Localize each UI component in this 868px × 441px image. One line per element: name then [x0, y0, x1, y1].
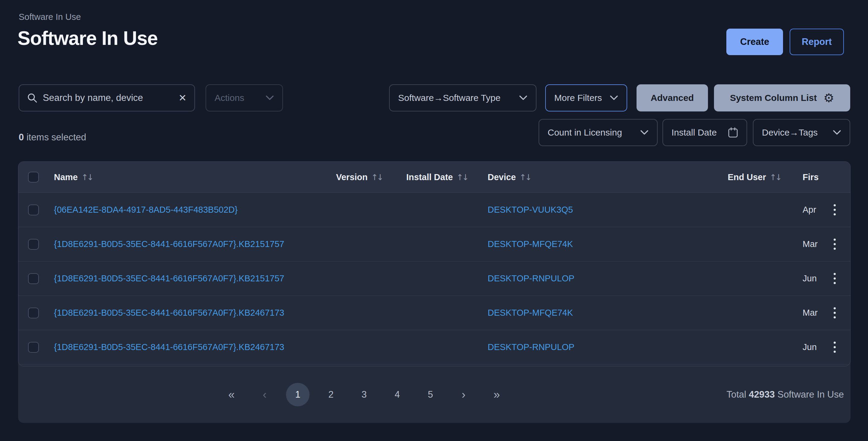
pagination-page-2[interactable]: 2	[314, 378, 347, 411]
filter-software-type-dropdown[interactable]: Software→Software Type	[389, 84, 536, 112]
first-cell: Apr	[781, 205, 819, 215]
more-filters-dropdown[interactable]: More Filters	[545, 84, 627, 112]
pagination-page-4[interactable]: 4	[381, 378, 414, 411]
column-header-install-date[interactable]: Install Date ↑↓	[382, 172, 488, 182]
chevron-down-icon	[833, 130, 841, 135]
pagination-prev-icon[interactable]: ‹	[248, 378, 281, 411]
table-row: {1D8E6291-B0D5-35EC-8441-6616F567A0F7}.K…	[19, 296, 850, 330]
search-box[interactable]: ✕	[19, 84, 195, 112]
device-tags-label: Device→Tags	[762, 127, 818, 138]
total-count-text: Total 42933 Software In Use	[727, 389, 844, 400]
row-checkbox[interactable]	[28, 342, 39, 353]
filter-software-type-label: Software→Software Type	[398, 93, 501, 103]
calendar-icon	[728, 127, 738, 138]
first-cell: Jun	[781, 274, 819, 283]
sort-icon[interactable]: ↑↓	[770, 172, 781, 182]
actions-dropdown-label: Actions	[215, 93, 244, 103]
breadcrumb: Software In Use	[19, 12, 81, 22]
selected-text: items selected	[27, 132, 86, 143]
software-name-link[interactable]: {1D8E6291-B0D5-35EC-8441-6616F567A0F7}.K…	[54, 274, 332, 283]
pagination: « ‹ 1 2 3 4 5 › »	[215, 378, 513, 411]
more-filters-label: More Filters	[554, 93, 602, 103]
row-menu-icon[interactable]	[831, 235, 839, 253]
sort-icon[interactable]: ↑↓	[457, 172, 468, 182]
first-cell: Mar	[781, 308, 819, 318]
page-title: Software In Use	[18, 27, 158, 50]
table-row: {1D8E6291-B0D5-35EC-8441-6616F567A0F7}.K…	[19, 227, 850, 261]
selected-count: 0	[19, 132, 24, 143]
table-row: {06EA142E-8DA4-4917-8AD5-443F483B502D} D…	[19, 193, 850, 227]
select-all-checkbox[interactable]	[28, 172, 39, 183]
device-link[interactable]: DESKTOP-MFQE74K	[488, 308, 669, 318]
search-input[interactable]	[43, 92, 173, 103]
advanced-label: Advanced	[651, 93, 694, 103]
software-name-link[interactable]: {1D8E6291-B0D5-35EC-8441-6616F567A0F7}.K…	[54, 342, 332, 352]
column-header-device[interactable]: Device ↑↓	[488, 172, 669, 182]
column-header-first[interactable]: First	[781, 172, 819, 182]
gear-icon: ⚙	[824, 92, 834, 104]
software-name-link[interactable]: {06EA142E-8DA4-4917-8AD5-443F483B502D}	[54, 205, 332, 215]
row-menu-icon[interactable]	[831, 304, 839, 321]
sort-icon[interactable]: ↑↓	[371, 172, 382, 182]
create-button[interactable]: Create	[726, 29, 783, 55]
pagination-last-icon[interactable]: »	[480, 378, 513, 411]
table-footer: « ‹ 1 2 3 4 5 › » Total 42933 Software I…	[18, 366, 850, 423]
pagination-page-5[interactable]: 5	[414, 378, 447, 411]
first-cell: Jun	[781, 342, 819, 352]
install-date-filter[interactable]: Install Date	[662, 119, 747, 146]
device-tags-dropdown[interactable]: Device→Tags	[753, 119, 850, 146]
sort-icon[interactable]: ↑↓	[82, 172, 93, 182]
selected-summary: 0 items selected	[19, 132, 86, 143]
count-in-licensing-dropdown[interactable]: Count in Licensing	[538, 119, 658, 146]
column-header-version[interactable]: Version ↑↓	[332, 172, 382, 182]
sort-icon[interactable]: ↑↓	[520, 172, 531, 182]
count-in-licensing-label: Count in Licensing	[548, 127, 622, 138]
row-menu-icon[interactable]	[831, 270, 839, 287]
system-column-list-label: System Column List	[730, 93, 817, 103]
device-link[interactable]: DESKTOP-MFQE74K	[488, 239, 669, 249]
column-header-name[interactable]: Name ↑↓	[54, 172, 332, 182]
total-count-value: 42933	[749, 389, 775, 400]
row-menu-icon[interactable]	[831, 201, 839, 218]
software-table-card: Name ↑↓ Version ↑↓ Install Date ↑↓ Devic…	[18, 161, 850, 423]
pagination-next-icon[interactable]: ›	[447, 378, 480, 411]
search-icon	[27, 93, 37, 103]
row-checkbox[interactable]	[28, 273, 39, 284]
system-column-list-button[interactable]: System Column List ⚙	[714, 84, 850, 112]
row-menu-icon[interactable]	[831, 339, 839, 356]
pagination-first-icon[interactable]: «	[215, 378, 248, 411]
column-header-end-user[interactable]: End User ↑↓	[669, 172, 781, 182]
row-checkbox[interactable]	[28, 239, 39, 250]
chevron-down-icon	[610, 95, 618, 101]
table-row: {1D8E6291-B0D5-35EC-8441-6616F567A0F7}.K…	[19, 261, 850, 296]
software-table: Name ↑↓ Version ↑↓ Install Date ↑↓ Devic…	[18, 161, 850, 366]
clear-search-icon[interactable]: ✕	[179, 92, 187, 104]
chevron-down-icon	[266, 95, 274, 101]
row-checkbox[interactable]	[28, 308, 39, 318]
chevron-down-icon	[640, 130, 649, 135]
row-checkbox[interactable]	[28, 204, 39, 215]
actions-dropdown[interactable]: Actions	[206, 84, 283, 112]
install-date-filter-label: Install Date	[672, 127, 717, 138]
first-cell: Mar	[781, 239, 819, 249]
chevron-down-icon	[519, 95, 527, 101]
report-button[interactable]: Report	[789, 29, 844, 55]
advanced-button[interactable]: Advanced	[637, 84, 708, 112]
software-name-link[interactable]: {1D8E6291-B0D5-35EC-8441-6616F567A0F7}.K…	[54, 239, 332, 249]
table-header-row: Name ↑↓ Version ↑↓ Install Date ↑↓ Devic…	[19, 162, 850, 193]
device-link[interactable]: DESKTOP-RNPULOP	[488, 342, 669, 352]
table-row: {1D8E6291-B0D5-35EC-8441-6616F567A0F7}.K…	[19, 330, 850, 365]
pagination-page-1[interactable]: 1	[281, 378, 314, 411]
device-link[interactable]: DESKTOP-VUUK3Q5	[488, 205, 669, 215]
pagination-page-3[interactable]: 3	[347, 378, 381, 411]
device-link[interactable]: DESKTOP-RNPULOP	[488, 274, 669, 283]
software-name-link[interactable]: {1D8E6291-B0D5-35EC-8441-6616F567A0F7}.K…	[54, 308, 332, 318]
